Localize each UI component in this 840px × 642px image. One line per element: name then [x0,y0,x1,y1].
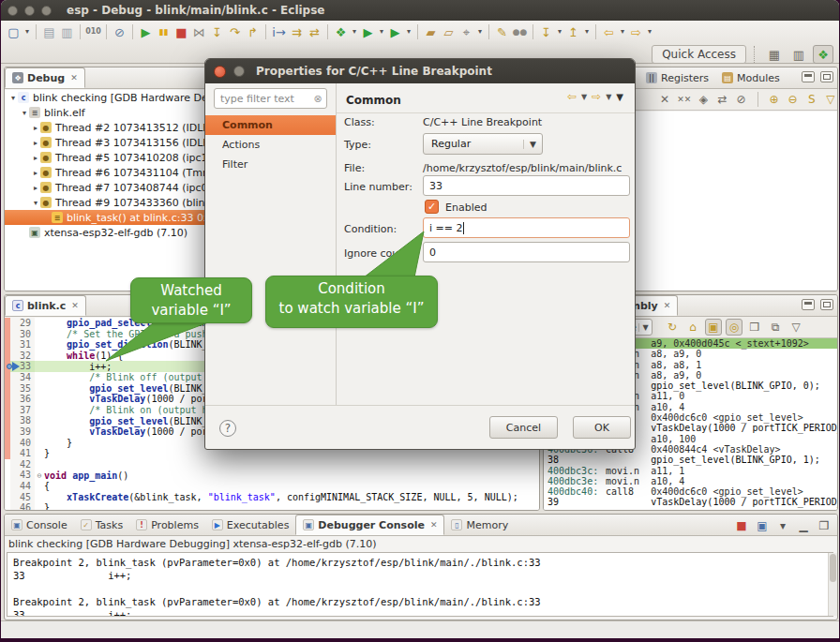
open-new-view-icon[interactable]: ❒ [746,319,763,336]
tab-memory[interactable]: ▯Memory [444,515,515,535]
tab-problems[interactable]: !Problems [129,515,205,535]
tree-expander-icon[interactable]: ▸ [31,139,40,147]
tree-expander-icon[interactable]: ▸ [31,124,40,132]
suspend-icon[interactable]: ▮▮ [155,23,172,41]
new-wizard-icon[interactable]: ▢ [5,23,22,41]
forward-dropdown-icon[interactable]: ▾ [645,23,654,41]
run-dropdown-icon[interactable]: ▾ [377,23,386,41]
line-number[interactable]: 40 [10,438,35,449]
debug-tree-selected-frame[interactable]: ≡blink_task() at blink.c:33 0x400dbc22 [5,210,205,225]
search-icon[interactable]: ⌖ [458,23,475,41]
line-number[interactable]: 43 [10,470,35,481]
close-icon[interactable]: ✕ [71,301,79,310]
breakpoint-instruction-pointer-icon[interactable] [5,361,20,371]
expand-all-icon[interactable]: ⊕ [767,91,780,108]
step-over-icon[interactable]: ↷ [226,23,244,41]
drop-to-frame-icon[interactable]: ⇉ [288,23,306,41]
view-menu-icon[interactable]: ▽ [788,319,804,336]
type-select[interactable]: Regular ▼ [423,133,543,155]
tree-expander-icon[interactable]: ▾ [8,94,18,102]
debug-tree-item[interactable]: ▾cblink checking [GDB Hardware Debugging… [5,90,205,105]
sync-with-pc-icon[interactable]: ◎ [726,319,742,336]
ok-button[interactable]: OK [573,416,631,439]
display-selected-console-icon[interactable]: ▣ [755,518,770,533]
dialog-nav-filter[interactable]: Filter [205,155,336,174]
line-number[interactable]: 42 [10,459,35,470]
search-dropdown-icon[interactable]: ▾ [475,23,485,41]
last-edit-location-icon[interactable]: ↧ [537,23,555,41]
debug-tree-item[interactable]: ▾≡blink.elf [5,105,205,120]
line-number[interactable]: 41 [10,448,35,459]
skip-all-breakpoints-icon[interactable]: ⊘ [735,91,748,108]
tab-console[interactable]: ▣Console [5,515,74,535]
save-icon[interactable]: ▤ [40,23,58,41]
tree-expander-icon[interactable]: ▾ [31,199,40,207]
console-dropdown-icon[interactable]: ▾ [775,518,790,533]
debug-tree-item[interactable]: ▸●Thread #5 1073410208 (ipc1) (Suspended… [5,150,205,165]
tab-modules[interactable]: ▤ Modules [715,67,787,88]
line-number-input[interactable]: 33 [423,175,630,196]
line-number[interactable]: 44 [10,481,35,492]
dialog-nav-common[interactable]: Common [205,115,336,135]
maximize-icon[interactable] [820,299,833,310]
maximize-icon[interactable] [820,71,833,82]
forward-icon[interactable]: ⇨ [627,23,645,41]
debug-tree-item[interactable]: ▸●Thread #3 1073413156 (IDLE) (Suspended… [5,135,205,150]
dialog-close-icon[interactable] [214,66,226,78]
clear-filter-icon[interactable]: ⊗ [309,93,326,105]
window-close-icon[interactable] [8,6,18,16]
line-number[interactable]: 36 [10,394,35,405]
binary-upload-icon[interactable]: 010 [84,23,102,41]
condition-input[interactable]: i == 2 [423,217,630,238]
tree-expander-icon[interactable]: ▾ [20,109,29,117]
home-icon[interactable]: ⌂ [684,319,701,336]
goto-last-position-icon[interactable]: ↥ [564,23,582,41]
line-number[interactable]: 45 [10,492,35,503]
tab-debugger-console[interactable]: ▣Debugger Console✕ [295,515,444,535]
chevron-down-icon[interactable]: ▼ [638,323,652,332]
debug-tree-item[interactable]: ▾●Thread #9 1073433360 (blink_task) (Sus… [5,195,205,210]
step-into-icon[interactable]: ↧ [208,23,226,41]
open-type-icon[interactable]: ▰ [422,23,440,41]
use-step-filters-icon[interactable]: ⇄ [306,23,323,41]
new-dropdown-icon[interactable]: ▾ [22,23,32,41]
view-menu-icon[interactable]: ▼ [616,92,623,102]
minimize-icon[interactable] [802,71,815,82]
forward-icon[interactable]: ⇨ [592,90,601,103]
tree-expander-icon[interactable]: ▸ [31,154,40,162]
external-tools-icon[interactable]: ▶ [386,23,404,41]
skip-all-breakpoints-icon[interactable]: ⊘ [111,23,128,41]
minimize-icon[interactable]: ▁ [796,518,811,533]
annotations-icon[interactable]: ●● [511,23,529,41]
tab-executables[interactable]: ▶Executables [205,515,296,535]
view-menu-icon[interactable]: ▽ [824,91,837,108]
cpp-perspective-button[interactable]: ▥ [788,45,809,64]
debug-tree-item[interactable]: ▣xtensa-esp32-elf-gdb (7.10) [5,225,205,240]
open-resource-icon[interactable]: ▱ [440,23,458,41]
debug-tree-item[interactable]: ▸●Thread #2 1073413512 (IDLE : Running) [5,120,205,135]
last-edit-dropdown-icon[interactable]: ▾ [555,23,564,41]
filter-input[interactable]: type filter text ⊗ [214,88,327,109]
refresh-view-icon[interactable]: ↻ [664,319,681,336]
step-return-icon[interactable]: ↱ [244,23,262,41]
maximize-icon[interactable]: ❐ [817,518,832,533]
debug-tree-item[interactable]: ▸●Thread #6 1073431104 (Tmr Svc) (Suspen… [5,165,205,180]
tree-expander-icon[interactable]: ▸ [31,169,40,177]
debug-tree-item[interactable]: ▸●Thread #7 1073408744 (ipc0) (Suspended… [5,180,205,195]
line-number[interactable]: 31 [10,339,35,351]
tab-registers[interactable]: || Registers [639,67,715,88]
forward-dropdown-icon[interactable]: ▼ [606,93,611,101]
debug-dropdown-icon[interactable]: ▾ [350,23,359,41]
show-source-icon[interactable]: ▣ [705,319,722,336]
cancel-button[interactable]: Cancel [489,416,558,439]
line-number[interactable]: 46 [10,502,35,511]
dialog-nav-actions[interactable]: Actions [205,135,336,155]
remove-all-breakpoints-icon[interactable]: ✕✕ [677,91,691,108]
external-tools-dropdown-icon[interactable]: ▾ [404,23,413,41]
terminate-console-icon[interactable]: ■ [734,518,749,533]
mark-occurrences-icon[interactable]: ✎ [493,23,511,41]
ignore-count-input[interactable]: 0 [423,242,630,262]
line-number[interactable]: 38 [10,415,35,426]
line-number[interactable]: 37 [10,405,35,416]
goto-dropdown-icon[interactable]: ▾ [582,23,592,41]
